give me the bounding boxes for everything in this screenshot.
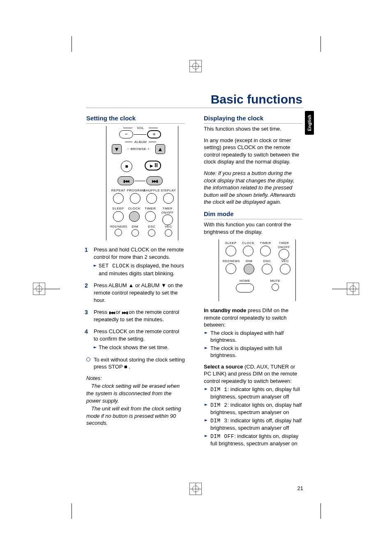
- rdsnews-button-2: [226, 263, 236, 274]
- step-1: 1 Press and hold CLOCK on the remote con…: [86, 246, 185, 277]
- standby-opt-1: The clock is displayed with half brightn…: [204, 329, 302, 344]
- source-lead: Select a source: [204, 364, 243, 370]
- registration-mark: [189, 483, 202, 495]
- page-number: 21: [297, 485, 303, 491]
- repeat-label: REPEAT: [110, 189, 127, 193]
- registration-mark: [33, 283, 45, 295]
- program-label: PROGRAM: [127, 189, 143, 193]
- home-label: HOME: [233, 279, 257, 283]
- mute-label: MUTE: [267, 279, 284, 283]
- mute-button: [272, 283, 279, 291]
- rdsnews-button: [115, 229, 122, 236]
- dim-opt-2: DIM 2: indicator lights on, display half…: [204, 401, 302, 416]
- vec-button-2: [280, 264, 291, 274]
- dim-button-2: [244, 264, 254, 274]
- display-label: DISPLAY: [160, 189, 177, 193]
- rdsnews-label: RDS/NEWS: [110, 225, 127, 228]
- dim-button: [131, 229, 139, 237]
- step-4-number: 4: [85, 328, 88, 336]
- timer-button-2: [260, 246, 271, 256]
- vol-label: VOL: [132, 126, 149, 131]
- crop-mark: [321, 36, 321, 52]
- step-1-sub-code: SET CLOCK: [99, 263, 129, 269]
- browse-up-button: [155, 144, 165, 154]
- rdsnews-label-2: RDS/NEWS: [223, 259, 239, 263]
- dsc-button-2: [262, 264, 272, 274]
- step-3: 3 Press or on the remote control repeate…: [86, 309, 185, 323]
- vec-label-2: VEC: [277, 259, 293, 264]
- dim-opt-2-code: DIM 2: [210, 402, 228, 408]
- dim-label: DIM: [127, 225, 143, 229]
- album-up-icon: [129, 282, 134, 288]
- dim-opt-3-code: DIM 3: [210, 418, 228, 424]
- steps-list: 1 Press and hold CLOCK on the remote con…: [86, 246, 185, 351]
- exit-tip-text-b: .: [127, 364, 130, 370]
- shuffle-label: SHUFFLE: [143, 189, 160, 193]
- vol-up-button: +: [147, 130, 161, 138]
- dim-mode-p1: With this function you can control the b…: [204, 221, 302, 235]
- display-clock-p2: In any mode (except in clock or timer se…: [204, 137, 302, 166]
- program-button: [130, 193, 141, 204]
- browse-label: BROWSE: [131, 147, 147, 151]
- language-tab: English: [305, 111, 314, 135]
- step-4: 4 Press CLOCK on the remote control to c…: [86, 328, 185, 351]
- dsc-button: [148, 229, 155, 237]
- registration-mark: [347, 283, 359, 295]
- timer-onoff-button: [162, 214, 173, 225]
- browse-plus-label: +: [148, 147, 150, 151]
- dsc-label: DSC: [143, 225, 160, 229]
- remote-diagram-dim-mode: SLEEP CLOCK TIMER TIMER ON/OFF RDS/NEWS: [211, 240, 297, 301]
- clock-button: [129, 211, 140, 222]
- stop-icon: [124, 364, 127, 370]
- sleep-button: [113, 211, 124, 222]
- step-2-text-a: Press ALBUM: [94, 282, 129, 288]
- dim-opt-4-code: DIM OFF: [210, 433, 234, 440]
- source-paragraph: Select a source (CD, AUX, TUNER or PC LI…: [204, 363, 302, 385]
- clock-label: CLOCK: [126, 207, 142, 211]
- sleep-button-2: [226, 246, 236, 256]
- section-heading-dim-mode: Dim mode: [204, 210, 302, 219]
- vec-label: VEC: [160, 225, 177, 229]
- dim-opt-3: DIM 3: indicator lights off, display hal…: [204, 417, 302, 432]
- sleep-label: SLEEP: [110, 207, 126, 211]
- standby-lead: In standby mode: [204, 307, 246, 313]
- clock-button-2: [243, 246, 254, 256]
- play-pause-button: [145, 161, 161, 170]
- exit-tip-text-a: To exit without storing the clock settin…: [94, 357, 185, 370]
- step-3-number: 3: [85, 309, 88, 316]
- step-4-text: Press CLOCK on the remote control to con…: [94, 328, 179, 342]
- crop-mark: [71, 503, 72, 519]
- timer-onoff-label-2: TIMER ON/OFF: [274, 241, 293, 249]
- step-2: 2 Press ALBUM or ALBUM on the remote con…: [86, 282, 185, 304]
- album-down-icon: [161, 282, 166, 288]
- step-2-number: 2: [85, 282, 88, 290]
- crop-mark: [332, 289, 348, 289]
- timer-label-2: TIMER: [257, 241, 274, 246]
- prev-track-button: [118, 176, 134, 185]
- note-1: The clock setting will be erased when th…: [86, 382, 185, 404]
- page-title-rule: [86, 108, 303, 108]
- remote-diagram-clock-setting: VOL − + ALBUM − BROWSE + REPEAT: [94, 126, 180, 240]
- step-4-sub-text: The clock shows the set time.: [99, 344, 169, 350]
- notes-label: Notes:: [86, 375, 185, 382]
- display-clock-p1: This function shows the set time.: [204, 125, 302, 133]
- right-column: Displaying the clock This function shows…: [204, 114, 302, 451]
- display-button: [163, 193, 174, 204]
- timer-onoff-button-2: [279, 249, 289, 260]
- dsc-label-2: DSC: [259, 259, 275, 264]
- prev-icon: [109, 309, 114, 315]
- browse-down-button: [112, 144, 122, 154]
- crop-mark: [321, 503, 321, 519]
- section-heading-display-clock: Displaying the clock: [204, 114, 302, 124]
- dim-options: DIM 1: indicator lights on, display full…: [204, 386, 302, 447]
- dim-label-2: DIM: [241, 259, 257, 264]
- step-2-text-b: or ALBUM: [134, 282, 161, 288]
- note-2: The unit will exit from the clock settin…: [86, 405, 185, 427]
- left-column: Setting the clock VOL − + ALBUM − BROWSE…: [86, 114, 185, 431]
- dim-opt-1-code: DIM 1: [210, 387, 228, 393]
- repeat-button: [113, 193, 124, 204]
- timer-label: TIMER: [142, 207, 158, 211]
- standby-paragraph: In standby mode press DIM on the remote …: [204, 307, 302, 329]
- dim-opt-1: DIM 1: indicator lights on, display full…: [204, 386, 302, 401]
- sleep-label-2: SLEEP: [223, 241, 239, 246]
